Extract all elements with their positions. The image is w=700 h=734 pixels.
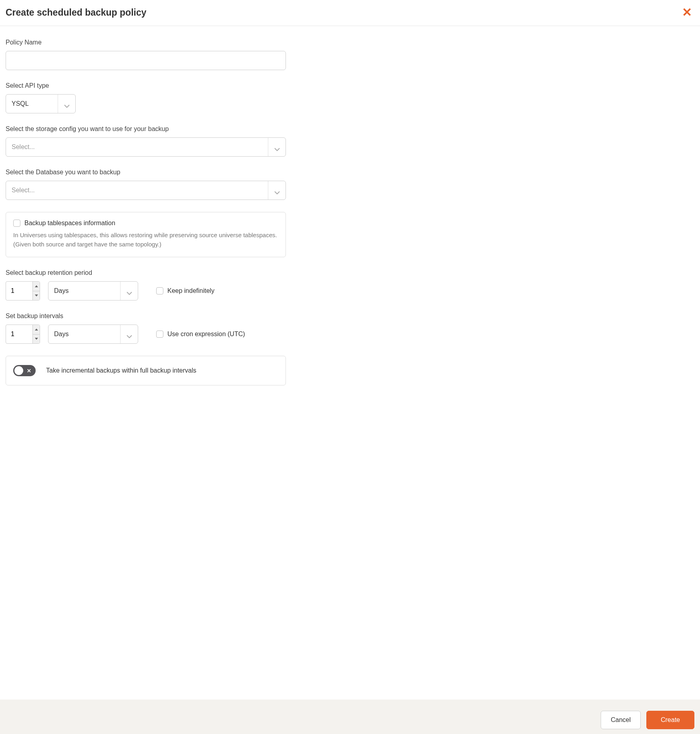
retention-unit-value: Days [48,287,120,294]
keep-indefinitely-checkbox[interactable] [156,287,163,294]
retention-label: Select backup retention period [6,269,286,276]
tablespaces-label: Backup tablespaces information [24,220,115,227]
tablespaces-checkbox[interactable] [13,220,20,227]
retention-field: Select backup retention period Days [6,269,286,300]
toggle-knob [14,366,23,375]
chevron-down-icon [268,138,286,156]
interval-unit-value: Days [48,331,120,338]
interval-unit-select[interactable]: Days [48,325,138,344]
policy-name-input[interactable] [6,51,286,70]
incremental-box: ✕ Take incremental backups within full b… [6,356,286,385]
storage-config-select[interactable]: Select... [6,137,286,157]
retention-unit-select[interactable]: Days [48,281,138,300]
cron-checkbox[interactable] [156,331,163,338]
storage-config-label: Select the storage config you want to us… [6,125,286,133]
caret-up-icon [35,285,38,287]
api-type-field: Select API type YSQL [6,82,286,113]
interval-step-up[interactable] [32,325,40,335]
close-icon[interactable]: ✕ [680,6,694,18]
caret-down-icon [35,338,38,340]
retention-number-wrap [6,281,40,300]
policy-name-label: Policy Name [6,39,286,46]
incremental-label: Take incremental backups within full bac… [46,367,196,374]
chevron-down-icon [120,282,138,300]
intervals-field: Set backup intervals Days [6,313,286,344]
incremental-toggle[interactable]: ✕ [13,365,36,376]
caret-up-icon [35,329,38,331]
chevron-down-icon [268,181,286,200]
storage-config-placeholder: Select... [6,143,268,151]
api-type-label: Select API type [6,82,286,89]
database-field: Select the Database you want to backup S… [6,169,286,200]
x-icon: ✕ [27,368,31,374]
dialog-body: Policy Name Select API type YSQL Select … [0,26,700,700]
policy-name-field: Policy Name [6,39,286,70]
database-placeholder: Select... [6,187,268,194]
database-label: Select the Database you want to backup [6,169,286,176]
cancel-button[interactable]: Cancel [601,711,641,729]
storage-config-field: Select the storage config you want to us… [6,125,286,157]
api-type-value: YSQL [6,100,58,107]
create-button[interactable]: Create [646,711,694,729]
dialog-header: Create scheduled backup policy ✕ [0,0,700,26]
cron-label: Use cron expression (UTC) [167,331,245,338]
retention-step-down[interactable] [32,291,40,300]
dialog-footer: Cancel Create [0,700,700,734]
interval-step-down[interactable] [32,335,40,344]
create-backup-policy-dialog: Create scheduled backup policy ✕ Policy … [0,0,700,734]
database-select[interactable]: Select... [6,181,286,200]
chevron-down-icon [58,95,75,113]
chevron-down-icon [120,325,138,343]
tablespaces-helper: In Universes using tablespaces, this all… [13,231,278,249]
caret-down-icon [35,294,38,296]
retention-step-up[interactable] [32,282,40,291]
keep-indefinitely-label: Keep indefinitely [167,287,214,294]
dialog-title: Create scheduled backup policy [6,7,147,18]
api-type-select[interactable]: YSQL [6,94,76,113]
intervals-label: Set backup intervals [6,313,286,320]
interval-number-wrap [6,325,40,344]
tablespaces-box: Backup tablespaces information In Univer… [6,212,286,257]
